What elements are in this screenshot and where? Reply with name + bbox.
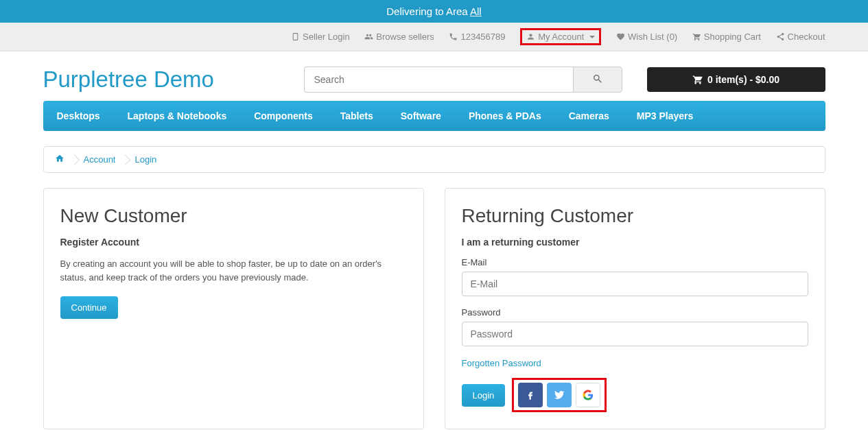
nav-laptops[interactable]: Laptops & Notebooks bbox=[114, 101, 241, 131]
cart-icon bbox=[692, 32, 701, 41]
password-label: Password bbox=[462, 307, 808, 318]
returning-customer-panel: Returning Customer I am a returning cust… bbox=[445, 188, 825, 429]
twitter-icon bbox=[553, 389, 565, 401]
my-account-label: My Account bbox=[538, 32, 584, 42]
new-customer-title: New Customer bbox=[60, 205, 407, 227]
email-field[interactable] bbox=[462, 272, 808, 296]
nav-tablets[interactable]: Tablets bbox=[327, 101, 387, 131]
checkout-link[interactable]: Checkout bbox=[776, 32, 825, 42]
search-button[interactable] bbox=[573, 67, 622, 93]
checkout-label: Checkout bbox=[788, 32, 825, 42]
continue-button[interactable]: Continue bbox=[60, 296, 118, 319]
users-icon bbox=[364, 32, 373, 41]
search-input[interactable] bbox=[304, 67, 573, 93]
delivery-prefix: Delivering to Area bbox=[386, 5, 470, 17]
browse-sellers-label: Browse sellers bbox=[376, 32, 434, 42]
facebook-login-button[interactable] bbox=[518, 383, 543, 407]
forgotten-password-link[interactable]: Forgotten Password bbox=[462, 358, 541, 368]
nav-cameras[interactable]: Cameras bbox=[555, 101, 623, 131]
search-icon bbox=[592, 73, 603, 84]
login-button[interactable]: Login bbox=[462, 384, 506, 407]
my-account-dropdown[interactable]: My Account bbox=[520, 28, 601, 45]
cart-button[interactable]: 0 item(s) - $0.00 bbox=[647, 67, 825, 92]
cart-icon bbox=[692, 74, 703, 85]
seller-login-link[interactable]: Seller Login bbox=[291, 32, 350, 42]
top-bar: Seller Login Browse sellers 123456789 My… bbox=[0, 23, 868, 51]
shopping-cart-link[interactable]: Shopping Cart bbox=[692, 32, 761, 42]
social-login-box bbox=[512, 378, 607, 412]
returning-title: Returning Customer bbox=[462, 205, 808, 227]
wish-list-label: Wish List (0) bbox=[628, 32, 677, 42]
phone-link[interactable]: 123456789 bbox=[449, 32, 505, 42]
search-wrap bbox=[304, 67, 622, 93]
nav-phones[interactable]: Phones & PDAs bbox=[455, 101, 555, 131]
top-links: Seller Login Browse sellers 123456789 My… bbox=[43, 28, 825, 45]
nav-software[interactable]: Software bbox=[387, 101, 455, 131]
share-icon bbox=[776, 32, 785, 41]
seller-login-label: Seller Login bbox=[303, 32, 350, 42]
nav-components[interactable]: Components bbox=[240, 101, 327, 131]
header-row: Purpletree Demo 0 item(s) - $0.00 bbox=[43, 51, 825, 101]
new-customer-text: By creating an account you will be able … bbox=[60, 257, 407, 284]
password-field[interactable] bbox=[462, 322, 808, 346]
delivery-bar: Delivering to Area All bbox=[0, 0, 868, 23]
nav-desktops[interactable]: Desktops bbox=[43, 101, 114, 131]
wish-list-link[interactable]: Wish List (0) bbox=[616, 32, 677, 42]
returning-subtitle: I am a returning customer bbox=[462, 237, 808, 248]
new-customer-subtitle: Register Account bbox=[60, 237, 407, 248]
twitter-login-button[interactable] bbox=[547, 383, 572, 407]
facebook-icon bbox=[524, 389, 537, 401]
user-icon bbox=[526, 32, 535, 41]
delivery-area-link[interactable]: All bbox=[470, 5, 482, 17]
device-icon bbox=[291, 32, 300, 41]
phone-label: 123456789 bbox=[460, 32, 505, 42]
breadcrumb: Account Login bbox=[43, 146, 825, 173]
site-logo[interactable]: Purpletree Demo bbox=[43, 67, 304, 93]
new-customer-panel: New Customer Register Account By creatin… bbox=[43, 188, 424, 429]
breadcrumb-login[interactable]: Login bbox=[134, 154, 170, 165]
google-login-button[interactable] bbox=[576, 383, 600, 407]
caret-down-icon bbox=[589, 36, 595, 38]
shopping-cart-label: Shopping Cart bbox=[704, 32, 761, 42]
browse-sellers-link[interactable]: Browse sellers bbox=[364, 32, 434, 42]
main-nav: Desktops Laptops & Notebooks Components … bbox=[43, 101, 825, 131]
cart-summary: 0 item(s) - $0.00 bbox=[707, 74, 779, 85]
email-label: E-Mail bbox=[462, 257, 808, 267]
nav-mp3[interactable]: MP3 Players bbox=[623, 101, 707, 131]
breadcrumb-home[interactable] bbox=[55, 154, 78, 165]
phone-icon bbox=[449, 32, 458, 41]
home-icon bbox=[55, 154, 64, 163]
google-icon bbox=[582, 389, 594, 401]
breadcrumb-account[interactable]: Account bbox=[84, 154, 130, 165]
heart-icon bbox=[616, 32, 625, 41]
